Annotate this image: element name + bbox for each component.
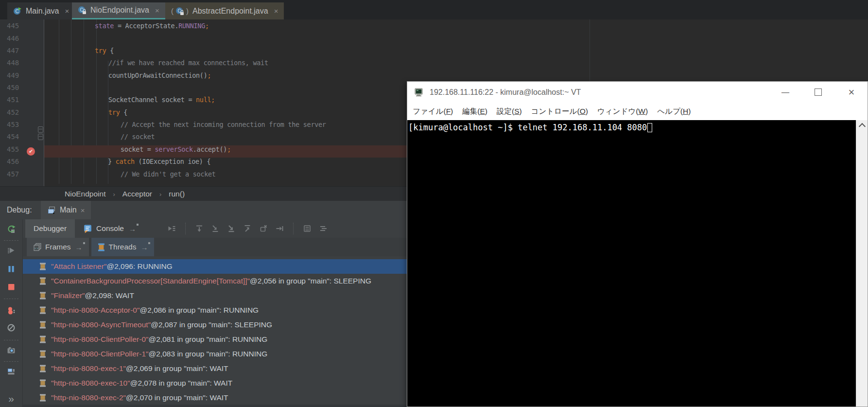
library-paren: ) <box>186 7 189 15</box>
menu-window[interactable]: ウィンドウ(W) <box>597 106 648 117</box>
fold-region-start-icon[interactable] <box>38 126 43 133</box>
tab-nioendpoint-java[interactable]: C NioEndpoint.java × <box>72 2 165 19</box>
drop-frame-button[interactable] <box>256 222 272 235</box>
menu-control[interactable]: コントロール(O) <box>531 106 588 117</box>
debug-action-sidebar: » <box>0 219 23 407</box>
code-token: // We didn't get a socket <box>121 170 216 178</box>
menu-setup[interactable]: 設定(S) <box>497 106 522 117</box>
more-actions-chevron[interactable]: » <box>8 393 14 405</box>
evaluate-expression-button[interactable] <box>299 222 315 235</box>
line-number: 455 <box>7 145 26 153</box>
mute-breakpoints-button[interactable] <box>7 323 16 332</box>
menu-help[interactable]: ヘルプ(H) <box>657 106 691 117</box>
tab-abstractendpoint-java[interactable]: ( C ) AbstractEndpoint.java × <box>165 2 284 19</box>
tab-frames[interactable]: ‹› Frames → <box>27 238 89 256</box>
code-text: try { <box>44 47 868 54</box>
view-breakpoints-button[interactable] <box>7 306 16 315</box>
code-token: null <box>196 96 211 104</box>
force-step-into-button[interactable] <box>224 222 240 235</box>
teraterm-window: 192.168.11.116:22 - kimura@localhost:~ V… <box>407 81 868 407</box>
thread-name: "http-nio-8080-exec-1" <box>51 364 126 372</box>
thread-name: "http-nio-8080-exec-10" <box>51 379 130 387</box>
resume-button[interactable] <box>7 246 16 255</box>
terminal-title-bar[interactable]: 192.168.11.116:22 - kimura@localhost:~ V… <box>407 82 868 103</box>
thread-name: "http-nio-8080-exec-2" <box>51 393 126 402</box>
threads-spool-icon <box>98 243 105 251</box>
tab-main-java[interactable]: C Main.java × <box>7 2 75 19</box>
breadcrumb-item-class[interactable]: NioEndpoint <box>65 190 105 198</box>
class-run-icon: C <box>13 7 22 16</box>
thread-name: "http-nio-8080-ClientPoller-0" <box>51 335 149 343</box>
rerun-button[interactable] <box>7 225 16 234</box>
thread-info: @2,098: WAIT <box>85 291 134 300</box>
editor-tab-bar: C Main.java × C NioEndpoint.java × ( C <box>0 0 868 19</box>
maximize-button[interactable] <box>810 82 826 103</box>
terminal-screen[interactable]: [kimura@localhost ~]$ telnet 192.168.11.… <box>407 120 856 407</box>
code-token: ; <box>227 145 231 153</box>
code-token: // socket <box>121 133 155 141</box>
line-number: 453 <box>7 121 26 128</box>
stop-button[interactable] <box>7 283 16 291</box>
line-number: 452 <box>7 108 26 116</box>
menu-edit[interactable]: 編集(E) <box>462 106 487 117</box>
close-icon[interactable]: × <box>274 7 278 15</box>
line-number: 456 <box>7 158 26 165</box>
code-line: 448//if we have reached max connections,… <box>0 59 868 71</box>
thread-info: @2,083 in group "main": RUNNING <box>149 350 268 358</box>
breadcrumb-item-method[interactable]: run() <box>169 190 185 198</box>
scroll-up-icon[interactable] <box>859 123 866 130</box>
code-line: 447try { <box>0 47 868 59</box>
code-token: countUpOrAwaitConnection() <box>108 71 208 79</box>
thread-dump-camera-button[interactable] <box>7 346 16 354</box>
step-out-button[interactable] <box>240 222 256 235</box>
run-to-cursor-button[interactable] <box>272 222 288 235</box>
thread-name: "http-nio-8080-AsyncTimeout" <box>51 320 151 329</box>
tab-console[interactable]: Console → <box>75 219 144 238</box>
close-button[interactable]: × <box>843 82 860 103</box>
line-number: 447 <box>7 47 26 54</box>
close-icon[interactable]: × <box>65 7 69 15</box>
tab-label: NioEndpoint.java <box>90 6 149 15</box>
code-token: } <box>108 158 116 165</box>
line-number: 454 <box>7 133 26 141</box>
code-token: socket = <box>121 145 155 153</box>
line-number: 445 <box>7 22 26 30</box>
show-execution-point-button[interactable] <box>164 222 180 235</box>
pin-tab-icon[interactable]: → <box>75 243 83 251</box>
close-icon[interactable]: × <box>155 6 159 15</box>
verified-breakpoint-icon[interactable]: ✔ <box>27 147 35 156</box>
separator <box>185 223 186 234</box>
pin-tab-icon[interactable]: → <box>140 243 148 251</box>
tab-label: Frames <box>45 243 71 251</box>
tab-debugger[interactable]: Debugger <box>25 219 75 238</box>
debug-label: Debug: <box>7 201 32 219</box>
fold-region-end-icon[interactable] <box>38 134 43 140</box>
debug-session-tab-main[interactable]: Main × <box>41 201 91 219</box>
tab-threads[interactable]: Threads → <box>91 238 155 256</box>
pin-tab-icon[interactable]: → <box>129 225 136 233</box>
tab-label: AbstractEndpoint.java <box>192 7 268 16</box>
tab-label: Console <box>96 224 124 233</box>
menu-file[interactable]: ファイル(F) <box>413 106 453 117</box>
teraterm-app-icon <box>415 88 424 97</box>
restore-layout-button[interactable] <box>7 367 16 376</box>
code-token: try <box>95 47 106 54</box>
pause-button[interactable] <box>7 265 16 273</box>
code-token: ; <box>205 22 209 30</box>
line-number: 451 <box>7 96 26 104</box>
code-token: serverSock <box>155 145 192 153</box>
separator <box>4 361 18 362</box>
line-number: 450 <box>7 84 26 91</box>
line-number: 449 <box>7 71 26 79</box>
terminal-scrollbar[interactable] <box>856 120 868 407</box>
console-icon <box>83 224 92 233</box>
breadcrumb-item-inner-class[interactable]: Acceptor <box>122 190 152 198</box>
step-over-button[interactable] <box>191 222 208 235</box>
code-line: 445state = AcceptorState.RUNNING; <box>0 22 868 34</box>
close-icon[interactable]: × <box>81 206 85 214</box>
minimize-button[interactable]: — <box>777 82 794 103</box>
line-number: 448 <box>7 59 26 67</box>
step-into-button[interactable] <box>208 222 224 235</box>
view-options-button[interactable] <box>315 222 331 235</box>
code-token: .accept() <box>193 145 227 153</box>
